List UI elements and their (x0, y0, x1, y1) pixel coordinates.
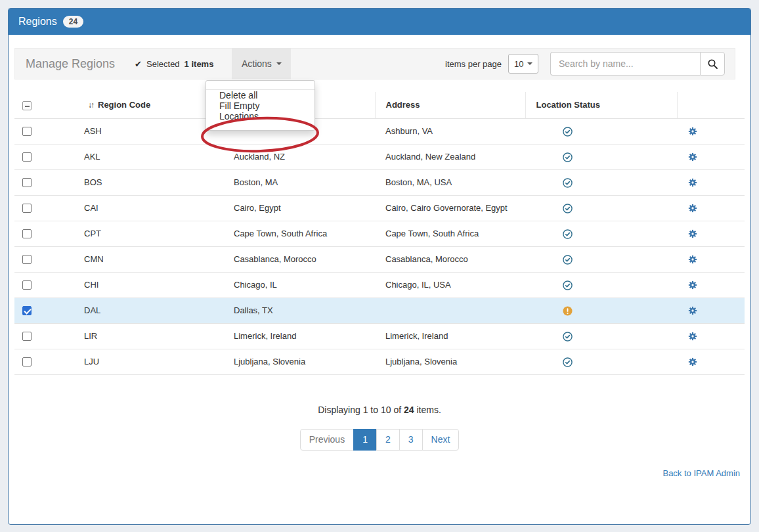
check-icon: ✔ (135, 59, 142, 69)
region-code-cell: CMN (75, 246, 226, 272)
address-cell: Limerick, Ireland (375, 323, 525, 349)
paging-summary: Displaying 1 to 10 of 24 items. (14, 405, 745, 415)
row-checkbox[interactable] (22, 280, 32, 290)
pagination-button[interactable]: Previous (300, 429, 354, 451)
actions-button[interactable]: Actions (232, 48, 291, 79)
table-row: CHI Chicago, IL Chicago, IL, USA (14, 272, 745, 298)
region-code-cell: CHI (75, 272, 226, 298)
search-group (550, 52, 725, 76)
magnifier-icon (707, 58, 718, 70)
panel-heading: Regions 24 (9, 9, 750, 35)
header-location-status[interactable]: Location Status (525, 92, 677, 118)
status-cell (525, 349, 677, 374)
count-badge: 24 (63, 16, 83, 28)
status-cell (525, 144, 677, 169)
row-checkbox[interactable] (22, 178, 32, 187)
summary-suffix: items. (414, 405, 441, 415)
table-row: CAI Cairo, Egypt Cairo, Cairo Governorat… (14, 195, 745, 221)
status-ok-icon (563, 332, 573, 342)
status-cell (525, 246, 677, 272)
actions-cell (677, 195, 745, 221)
gear-icon[interactable] (688, 178, 697, 187)
status-cell (525, 298, 677, 323)
status-ok-icon (563, 204, 573, 213)
row-checkbox[interactable] (22, 332, 32, 341)
gear-icon[interactable] (688, 255, 697, 264)
dropdown-menu-item[interactable]: Fill Empty Locations (206, 100, 314, 122)
table-row: BOS Boston, MA Boston, MA, USA (14, 169, 745, 195)
menu-spacer (206, 81, 314, 89)
row-checkbox[interactable] (22, 357, 32, 366)
search-button[interactable] (700, 52, 725, 76)
header-actions (677, 92, 745, 118)
gear-icon[interactable] (688, 127, 697, 136)
dropdown-menu-item[interactable]: Delete all (206, 90, 314, 100)
status-cell (525, 169, 677, 195)
status-ok-icon (563, 229, 573, 239)
region-name-cell: Cairo, Egypt (226, 195, 375, 221)
region-name-cell: Chicago, IL (226, 272, 375, 298)
table-row: DAL Dallas, TX (14, 298, 745, 323)
region-name-cell: Casablanca, Morocco (226, 246, 375, 272)
region-name-cell: Limerick, Ireland (226, 323, 375, 349)
actions-cell (677, 169, 745, 195)
pagination: Previous123Next (14, 429, 745, 451)
search-input[interactable] (550, 52, 700, 76)
header-address[interactable]: Address (375, 92, 525, 118)
region-code-cell: DAL (75, 298, 226, 323)
row-checkbox[interactable] (22, 229, 32, 238)
header-region-code[interactable]: ↓↑Region Code (75, 92, 226, 118)
pagination-button[interactable]: 2 (376, 429, 400, 451)
page-title: Regions (18, 16, 57, 28)
table-row: AKL Auckland, NZ Auckland, New Zealand (14, 144, 745, 169)
row-checkbox[interactable] (22, 204, 32, 213)
pagination-button[interactable]: Next (422, 429, 460, 451)
selected-count: 1 items (184, 59, 214, 69)
toolbar: Manage Regions ✔ Selected 1 items Action… (14, 48, 735, 79)
row-checkbox[interactable] (22, 127, 32, 136)
gear-icon[interactable] (688, 332, 697, 341)
row-checkbox[interactable] (22, 306, 32, 315)
actions-cell (677, 144, 745, 169)
caret-down-icon (276, 62, 282, 65)
items-per-page-label: items per page (445, 59, 502, 69)
address-cell (375, 298, 525, 323)
region-code-cell: BOS (75, 169, 226, 195)
items-per-page-value: 10 (514, 59, 523, 69)
address-cell: Boston, MA, USA (375, 169, 525, 195)
region-code-cell: LJU (75, 349, 226, 374)
back-to-ipam-admin-link[interactable]: Back to IPAM Admin (662, 468, 740, 478)
toolbar-title: Manage Regions (26, 57, 115, 71)
gear-icon[interactable] (688, 306, 697, 315)
address-cell: Cape Town, South Africa (375, 221, 525, 246)
gear-icon[interactable] (688, 280, 697, 290)
actions-cell (677, 221, 745, 246)
select-all-checkbox[interactable] (22, 101, 32, 110)
row-checkbox[interactable] (22, 255, 32, 264)
row-checkbox[interactable] (22, 152, 32, 162)
selected-prefix: Selected (146, 59, 180, 69)
actions-cell (677, 349, 745, 374)
pagination-button[interactable]: 3 (399, 429, 423, 451)
pagination-button[interactable]: 1 (353, 429, 377, 451)
gear-icon[interactable] (688, 152, 697, 162)
gear-icon[interactable] (688, 229, 697, 238)
actions-cell (677, 272, 745, 298)
caret-down-icon (527, 62, 532, 65)
region-code-cell: ASH (75, 118, 226, 144)
table-header-row: ↓↑Region Code Address Location Status (14, 92, 745, 118)
actions-dropdown-menu: Delete allFill Empty Locations (206, 80, 315, 131)
actions-cell (677, 246, 745, 272)
gear-icon[interactable] (688, 204, 697, 213)
address-cell: Ashburn, VA (375, 118, 525, 144)
summary-prefix: Displaying 1 to 10 of (318, 405, 404, 415)
gear-icon[interactable] (688, 357, 697, 366)
actions-button-label: Actions (242, 58, 272, 69)
status-cell (525, 272, 677, 298)
region-code-cell: LIR (75, 323, 226, 349)
region-name-cell: Auckland, NZ (226, 144, 375, 169)
status-cell (525, 118, 677, 144)
items-per-page-select[interactable]: 10 (508, 54, 538, 74)
status-ok-icon (563, 280, 573, 290)
regions-table: ↓↑Region Code Address Location Status AS… (14, 92, 745, 375)
